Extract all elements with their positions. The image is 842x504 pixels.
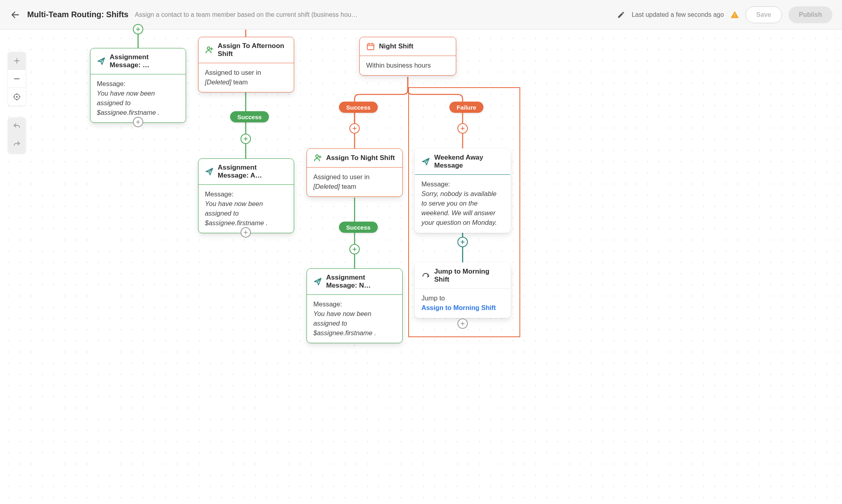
- header: Multi-Team Routing: Shifts Assign a cont…: [0, 0, 842, 30]
- workflow-canvas[interactable]: Assignment Message: … Message: You have …: [0, 30, 842, 504]
- node-title: Weekend Away Message: [434, 154, 504, 170]
- pencil-icon: [617, 11, 625, 19]
- add-step-button[interactable]: [457, 237, 468, 247]
- plus-icon: [460, 126, 465, 131]
- node-assignment-message-2[interactable]: Assignment Message: A… Message: You have…: [198, 158, 294, 233]
- node-title: Assignment Message: A…: [218, 164, 287, 180]
- user-icon: [313, 154, 322, 162]
- node-jump-morning-shift[interactable]: Jump to Morning Shift Jump to Assign to …: [415, 262, 511, 318]
- add-step-button[interactable]: [349, 244, 360, 254]
- message-body: You have now been assigned to $assignee.…: [313, 310, 376, 336]
- node-weekend-away-message[interactable]: Weekend Away Message Message: Sorry, nob…: [415, 148, 511, 233]
- node-title: Assign To Afternoon Shift: [218, 42, 287, 58]
- plus-icon: [352, 126, 357, 131]
- node-assign-afternoon-shift[interactable]: Assign To Afternoon Shift Assigned to us…: [198, 37, 294, 92]
- message-label: Message:: [421, 180, 504, 189]
- plus-icon: [135, 26, 141, 32]
- message-body: You have now been assigned to $assignee.…: [97, 90, 160, 116]
- branch-success[interactable]: Success: [230, 111, 269, 122]
- send-icon: [313, 277, 322, 286]
- node-title: Assign To Night Shift: [326, 154, 395, 162]
- back-button[interactable]: [10, 9, 21, 20]
- branch-failure[interactable]: Failure: [449, 102, 483, 113]
- last-updated: Last updated a few seconds ago: [632, 11, 724, 18]
- node-assignment-message-1[interactable]: Assignment Message: … Message: You have …: [90, 48, 186, 123]
- branch-success[interactable]: Success: [339, 222, 378, 233]
- node-title: Night Shift: [379, 42, 413, 50]
- plus-icon: [243, 136, 249, 142]
- body-suffix: team: [231, 78, 248, 86]
- publish-button[interactable]: Publish: [788, 6, 832, 23]
- save-button[interactable]: Save: [746, 6, 782, 23]
- node-title: Assignment Message: N…: [326, 274, 396, 290]
- calendar-icon: [366, 42, 375, 51]
- branch-success[interactable]: Success: [339, 102, 378, 113]
- jump-icon: [421, 271, 430, 280]
- deleted-team: [Deleted]: [205, 78, 231, 86]
- node-title: Jump to Morning Shift: [434, 268, 504, 284]
- body-suffix: team: [340, 183, 356, 190]
- node-body-text: Within business hours: [366, 62, 431, 69]
- plus-icon: [135, 119, 141, 125]
- svg-rect-33: [367, 44, 374, 50]
- deleted-team: [Deleted]: [313, 183, 340, 190]
- plus-icon: [460, 239, 465, 245]
- jump-target-link[interactable]: Assign to Morning Shift: [421, 303, 504, 313]
- send-icon: [205, 167, 214, 176]
- send-icon: [421, 157, 430, 166]
- body-prefix: Assigned to user in: [313, 173, 369, 180]
- user-icon: [205, 46, 214, 54]
- add-step-button[interactable]: [349, 123, 360, 134]
- add-step-button[interactable]: [457, 318, 468, 329]
- message-label: Message:: [97, 79, 179, 89]
- node-assign-night-shift[interactable]: Assign To Night Shift Assigned to user i…: [307, 148, 403, 197]
- svg-point-25: [207, 47, 210, 49]
- add-step-button[interactable]: [241, 227, 251, 238]
- message-label: Message:: [313, 300, 396, 309]
- message-label: Message:: [205, 190, 287, 199]
- send-icon: [97, 57, 106, 66]
- node-assignment-message-3[interactable]: Assignment Message: N… Message: You have…: [307, 268, 403, 343]
- arrow-left-icon: [10, 10, 20, 20]
- node-title: Assignment Message: …: [110, 53, 179, 69]
- message-body: You have now been assigned to $assignee.…: [205, 200, 268, 226]
- page-title: Multi-Team Routing: Shifts: [27, 10, 128, 19]
- warning-icon: [730, 10, 739, 19]
- add-step-button[interactable]: [457, 123, 468, 134]
- node-night-shift[interactable]: Night Shift Within business hours: [359, 37, 456, 76]
- jump-label: Jump to: [421, 294, 504, 303]
- add-step-button[interactable]: [241, 134, 251, 144]
- add-step-button[interactable]: [133, 24, 143, 34]
- plus-icon: [352, 246, 357, 252]
- body-prefix: Assigned to user in: [205, 69, 261, 76]
- svg-point-41: [316, 155, 318, 157]
- edit-button[interactable]: [617, 11, 625, 19]
- page-subtitle: Assign a contact to a team member based …: [135, 11, 359, 18]
- message-body: Sorry, nobody is available to serve you …: [421, 190, 497, 226]
- plus-icon: [460, 321, 465, 326]
- add-step-button[interactable]: [133, 117, 143, 127]
- plus-icon: [243, 230, 249, 235]
